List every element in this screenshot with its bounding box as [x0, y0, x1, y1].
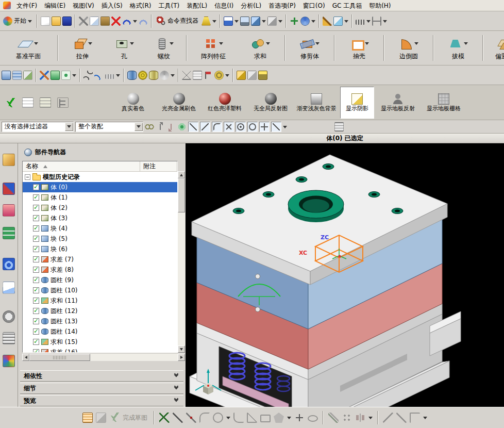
tree-item[interactable]: 圆柱 (10): [23, 285, 177, 295]
offset-curve-icon[interactable]: [328, 413, 339, 423]
snap-arc-center-toggle[interactable]: [236, 122, 246, 132]
feature-checkbox[interactable]: [33, 328, 39, 335]
feature-checkbox[interactable]: [33, 246, 39, 252]
render-floor-grid[interactable]: 显示地板栅格: [422, 86, 466, 119]
feature-pattern[interactable]: 阵列特征: [190, 31, 237, 65]
sketch-grid-icon[interactable]: [82, 413, 93, 423]
shaded-cube-icon[interactable]: [251, 17, 260, 26]
tree-item[interactable]: 求和 (11): [23, 295, 177, 306]
polygon-icon[interactable]: [274, 413, 284, 423]
structure-tree-icon[interactable]: [57, 97, 69, 108]
redo-icon[interactable]: [139, 17, 148, 26]
section-details[interactable]: 细节: [20, 383, 183, 394]
gears-icon[interactable]: [214, 71, 224, 80]
selection-scope-combo[interactable]: 整个装配: [75, 122, 143, 132]
dimension-dropdown[interactable]: [383, 20, 387, 25]
triangle-mesh-icon[interactable]: [182, 71, 191, 80]
move-object-icon[interactable]: [51, 71, 60, 80]
menu-tools[interactable]: 工具(T): [155, 0, 183, 11]
grid-table-icon[interactable]: [193, 71, 202, 80]
graphics-window[interactable]: ZC XC: [186, 143, 504, 407]
cylinder-blue-icon[interactable]: [127, 71, 137, 80]
chevron-down-icon[interactable]: [315, 42, 320, 47]
fan-icon[interactable]: [160, 71, 169, 80]
render-floor-reflection[interactable]: 显示地板反射: [376, 86, 420, 119]
green-check-icon[interactable]: [7, 98, 16, 107]
collapse-icon[interactable]: [25, 174, 30, 180]
menu-preferences[interactable]: 首选项(P): [265, 0, 299, 11]
rotate-view-icon[interactable]: [300, 17, 310, 26]
finish-sketch-button[interactable]: 完成草图: [109, 412, 149, 423]
render-brushed-metal[interactable]: 光亮金属刷色: [157, 86, 201, 119]
curve-dropdown[interactable]: [116, 74, 120, 79]
feature-checkbox[interactable]: [33, 349, 39, 353]
measure-dropdown[interactable]: [366, 20, 371, 25]
chevron-double-down-icon[interactable]: [173, 385, 180, 392]
arc-icon[interactable]: [199, 413, 210, 423]
window-layout-icon[interactable]: [224, 17, 233, 26]
point-icon[interactable]: [186, 413, 196, 423]
feature-checkbox[interactable]: [33, 205, 39, 211]
quick-trim-icon[interactable]: [383, 413, 393, 423]
delete-icon[interactable]: [111, 17, 121, 26]
chevron-double-down-icon[interactable]: [173, 372, 180, 380]
cylinder-pair-icon[interactable]: [149, 71, 158, 80]
highlight-icon[interactable]: [177, 122, 187, 131]
flask-icon[interactable]: [201, 17, 211, 26]
render-red-glossy-plastic[interactable]: 红色亮泽塑料: [203, 86, 247, 119]
open-icon[interactable]: [52, 17, 61, 26]
scroll-right-button[interactable]: [178, 354, 185, 361]
snap-quadrant-toggle[interactable]: [247, 122, 258, 132]
layer-settings-icon[interactable]: [12, 71, 22, 80]
command-finder-button[interactable]: 命令查找器: [155, 16, 200, 26]
measure-distance-icon[interactable]: [356, 20, 365, 25]
tree-item[interactable]: 圆柱 (13): [23, 316, 177, 326]
feature-checkbox[interactable]: [33, 339, 39, 345]
feature-draft[interactable]: 拔模: [436, 31, 480, 65]
tree-item[interactable]: 圆柱 (14): [23, 326, 177, 337]
tree-item[interactable]: 求差 (8): [23, 265, 177, 275]
menu-view[interactable]: 视图(V): [69, 0, 98, 11]
operation-more-dropdown[interactable]: [368, 417, 373, 421]
make-corner-icon[interactable]: [410, 413, 420, 423]
section-dependencies[interactable]: 相依性: [20, 370, 183, 382]
shaded-cube-dropdown[interactable]: [262, 20, 266, 25]
shape-more-dropdown[interactable]: [287, 417, 291, 421]
new-file-icon[interactable]: [41, 17, 50, 26]
feature-edge-blend[interactable]: 边倒圆: [387, 31, 430, 65]
menu-help[interactable]: 帮助(H): [365, 0, 394, 11]
feature-checkbox[interactable]: [33, 267, 39, 273]
save-icon[interactable]: [62, 17, 72, 26]
menu-gc-toolbox[interactable]: GC 工具箱: [329, 0, 366, 11]
process-list-tab[interactable]: [3, 332, 15, 344]
move-dropdown[interactable]: [72, 74, 76, 79]
menu-format[interactable]: 格式(R): [126, 0, 155, 11]
menu-insert[interactable]: 插入(S): [98, 0, 126, 11]
body-dropdown[interactable]: [171, 74, 175, 79]
reuse-library-tab[interactable]: [3, 227, 15, 239]
feature-extrude[interactable]: 拉伸: [61, 31, 104, 65]
coil-icon[interactable]: [138, 71, 147, 80]
feature-offset-region[interactable]: 偏置区域: [486, 31, 504, 65]
chevron-down-icon[interactable]: [34, 42, 38, 47]
pan-view-icon[interactable]: [290, 17, 299, 26]
scroll-down-button[interactable]: [178, 345, 185, 353]
tree-item[interactable]: 体 (0): [23, 182, 177, 192]
gray-box-icon[interactable]: [267, 17, 277, 26]
select-parent-icon[interactable]: [156, 122, 165, 131]
datum-dropdown[interactable]: [344, 20, 348, 25]
snap-control-point-toggle[interactable]: [212, 122, 222, 132]
snap-midpoint-toggle[interactable]: [200, 122, 210, 132]
feature-checkbox[interactable]: [33, 298, 39, 304]
menu-edit[interactable]: 编辑(E): [41, 0, 69, 11]
render-gradient-background[interactable]: 渐变浅灰色背景: [294, 86, 339, 119]
feature-checkbox[interactable]: [33, 194, 39, 201]
tree-item[interactable]: 求和 (15): [23, 337, 177, 347]
trim-more-dropdown[interactable]: [423, 417, 427, 421]
snap-existing-point-toggle[interactable]: [259, 122, 270, 132]
undo-dropdown[interactable]: [133, 20, 137, 25]
curve-more-dropdown[interactable]: [226, 417, 230, 421]
scrollbar-thumb[interactable]: [29, 354, 90, 361]
feature-checkbox[interactable]: [33, 215, 39, 221]
chamfer-icon[interactable]: [247, 413, 257, 423]
